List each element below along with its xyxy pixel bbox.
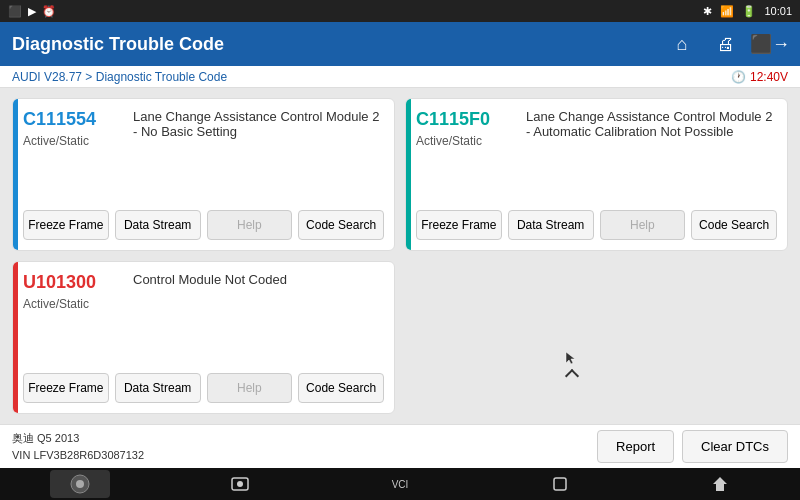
dtc-code-2: C1115F0 <box>416 109 516 130</box>
data-stream-btn-2[interactable]: Data Stream <box>508 210 594 240</box>
status-bar: ⬛ ▶ ⏰ ✱ 📶 🔋 10:01 <box>0 0 800 22</box>
bluetooth-icon: ✱ <box>703 5 712 18</box>
dtc-status-3: Active/Static <box>23 297 123 311</box>
data-stream-btn-1[interactable]: Data Stream <box>115 210 201 240</box>
vehicle-make: 奥迪 Q5 2013 <box>12 430 144 447</box>
help-btn-1: Help <box>207 210 293 240</box>
card2-code-section: C1115F0 Active/Static <box>416 109 516 148</box>
task-switcher-button[interactable] <box>530 470 590 498</box>
status-icon-2: ▶ <box>28 5 36 18</box>
clock-icon: 🕐 <box>731 70 746 84</box>
media-icon-button[interactable] <box>210 470 270 498</box>
card1-top: C111554 Active/Static Lane Change Assist… <box>23 109 384 148</box>
bottom-bar: 奥迪 Q5 2013 VIN LFV3B28R6D3087132 Report … <box>0 424 800 468</box>
code-search-btn-1[interactable]: Code Search <box>298 210 384 240</box>
freeze-frame-btn-2[interactable]: Freeze Frame <box>416 210 502 240</box>
status-icon-3: ⏰ <box>42 5 56 18</box>
status-bar-left: ⬛ ▶ ⏰ <box>8 5 56 18</box>
svg-point-2 <box>76 480 84 488</box>
breadcrumb-time: 🕐 12:40V <box>731 70 788 84</box>
breadcrumb: AUDI V28.77 > Diagnostic Trouble Code 🕐 … <box>0 66 800 88</box>
vehicle-vin: VIN LFV3B28R6D3087132 <box>12 447 144 464</box>
print-button[interactable]: 🖨 <box>708 26 744 62</box>
card2-border <box>406 99 411 250</box>
help-btn-2: Help <box>600 210 686 240</box>
card3-border <box>13 262 18 413</box>
svg-rect-5 <box>554 478 566 490</box>
data-stream-btn-3[interactable]: Data Stream <box>115 373 201 403</box>
dtc-code-3: U101300 <box>23 272 123 293</box>
time-display: 12:40V <box>750 70 788 84</box>
vci-button[interactable]: VCI <box>370 470 430 498</box>
dtc-card-1: C111554 Active/Static Lane Change Assist… <box>12 98 395 251</box>
card3-buttons: Freeze Frame Data Stream Help Code Searc… <box>23 373 384 403</box>
header: Diagnostic Trouble Code ⌂ 🖨 ⬛→ <box>0 22 800 66</box>
card2-buttons: Freeze Frame Data Stream Help Code Searc… <box>416 210 777 240</box>
help-btn-3: Help <box>207 373 293 403</box>
card1-code-section: C111554 Active/Static <box>23 109 123 148</box>
main-content: C111554 Active/Static Lane Change Assist… <box>0 88 800 424</box>
empty-cell <box>405 261 788 414</box>
card3-top: U101300 Active/Static Control Module Not… <box>23 272 384 311</box>
card1-buttons: Freeze Frame Data Stream Help Code Searc… <box>23 210 384 240</box>
freeze-frame-btn-1[interactable]: Freeze Frame <box>23 210 109 240</box>
dtc-card-3: U101300 Active/Static Control Module Not… <box>12 261 395 414</box>
card1-border <box>13 99 18 250</box>
freeze-frame-btn-3[interactable]: Freeze Frame <box>23 373 109 403</box>
battery-icon: 🔋 <box>742 5 756 18</box>
nav-bar: VCI <box>0 468 800 500</box>
header-icons: ⌂ 🖨 ⬛→ <box>664 26 788 62</box>
dtc-status-1: Active/Static <box>23 134 123 148</box>
clock: 10:01 <box>764 5 792 17</box>
card2-top: C1115F0 Active/Static Lane Change Assist… <box>416 109 777 148</box>
dtc-description-3: Control Module Not Coded <box>133 272 384 311</box>
bottom-actions: Report Clear DTCs <box>597 430 788 463</box>
dtc-description-1: Lane Change Assistance Control Module 2 … <box>133 109 384 148</box>
card3-code-section: U101300 Active/Static <box>23 272 123 311</box>
breadcrumb-text: AUDI V28.77 > Diagnostic Trouble Code <box>12 70 227 84</box>
home-button[interactable]: ⌂ <box>664 26 700 62</box>
clear-dtcs-button[interactable]: Clear DTCs <box>682 430 788 463</box>
report-button[interactable]: Report <box>597 430 674 463</box>
dtc-code-1: C111554 <box>23 109 123 130</box>
status-bar-right: ✱ 📶 🔋 10:01 <box>703 5 792 18</box>
code-search-btn-2[interactable]: Code Search <box>691 210 777 240</box>
page-title: Diagnostic Trouble Code <box>12 34 224 55</box>
dtc-status-2: Active/Static <box>416 134 516 148</box>
android-home-button[interactable] <box>690 470 750 498</box>
svg-point-4 <box>237 481 243 487</box>
status-icon-1: ⬛ <box>8 5 22 18</box>
app-icon-button[interactable] <box>50 470 110 498</box>
vehicle-info: 奥迪 Q5 2013 VIN LFV3B28R6D3087132 <box>12 430 144 463</box>
svg-marker-0 <box>566 352 575 364</box>
cursor <box>565 351 577 363</box>
wifi-icon: 📶 <box>720 5 734 18</box>
svg-marker-6 <box>713 477 727 491</box>
code-search-btn-3[interactable]: Code Search <box>298 373 384 403</box>
dtc-description-2: Lane Change Assistance Control Module 2 … <box>526 109 777 148</box>
dtc-card-2: C1115F0 Active/Static Lane Change Assist… <box>405 98 788 251</box>
exit-button[interactable]: ⬛→ <box>752 26 788 62</box>
